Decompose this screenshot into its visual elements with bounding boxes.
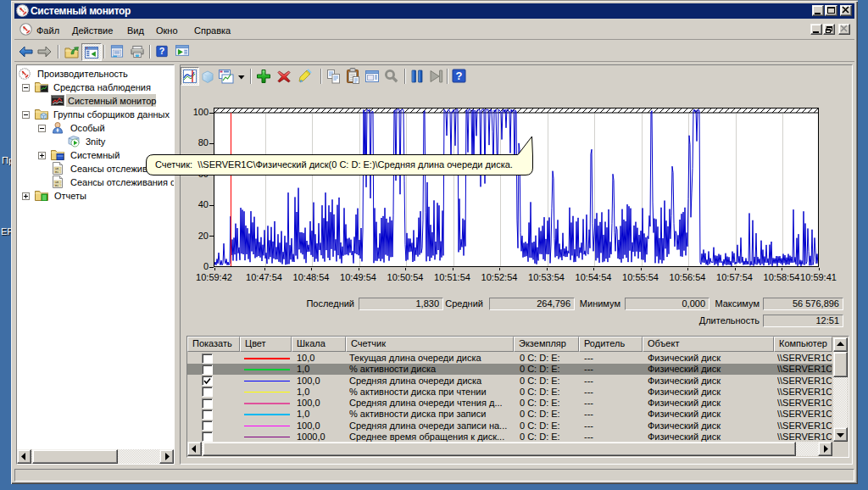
svg-text:?: ? — [456, 70, 463, 82]
svg-text:Счетчик: \\SERVER1C\Физически: Счетчик: \\SERVER1C\Физический диск(0 C:… — [155, 159, 513, 170]
svg-text:01: 01 — [55, 170, 58, 174]
svg-text:01: 01 — [55, 184, 58, 187]
svg-text:?: ? — [159, 46, 165, 56]
